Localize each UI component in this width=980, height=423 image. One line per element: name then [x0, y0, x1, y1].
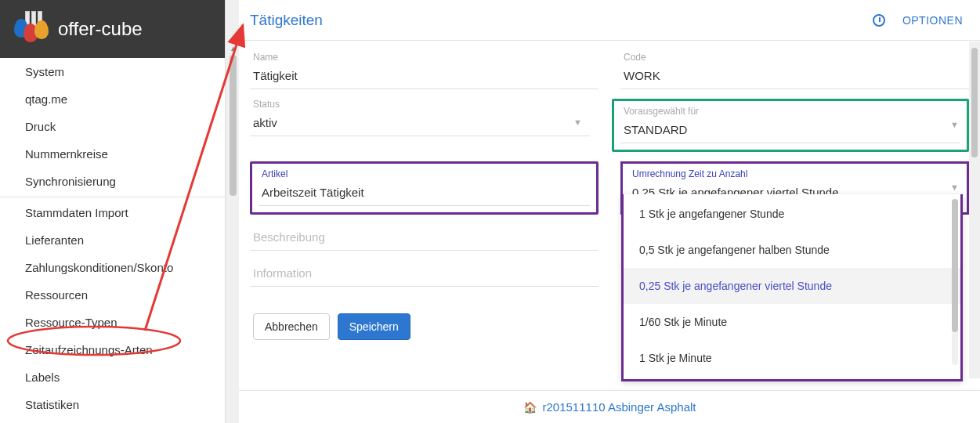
sidebar-item-label: qtag.me — [25, 92, 67, 106]
field-status: Status ▼ — [250, 99, 590, 152]
sidebar: offer-cube System qtag.me Druck Nummernk… — [0, 0, 226, 423]
sidebar-item-system[interactable]: System — [0, 58, 225, 85]
dropdown-option-label: 1 Stk je Minute — [639, 352, 712, 364]
status-select[interactable] — [250, 113, 590, 136]
sidebar-item-zeitaufzeichnungs-arten[interactable]: Zeitaufzeichnungs-Arten — [0, 336, 225, 363]
options-button[interactable]: OPTIONEN — [902, 14, 963, 27]
dropdown-option-label: 1/60 Stk je Minute — [639, 316, 727, 328]
cancel-button[interactable]: Abbrechen — [253, 313, 330, 340]
dropdown-option[interactable]: 0,5 Stk je angefangener halben Stunde — [624, 232, 960, 268]
status-label: Status — [250, 99, 590, 110]
sidebar-item-label: Ressourcen — [25, 288, 88, 302]
main-scrollbar[interactable] — [969, 42, 980, 378]
field-preselect: Vorausgewählt für ▼ — [612, 99, 969, 152]
dropdown-option-label: 0,5 Stk je angefangener halben Stunde — [639, 244, 830, 256]
sidebar-item-label: Zeitaufzeichnungs-Arten — [25, 343, 153, 356]
app-name: offer-cube — [58, 18, 143, 40]
name-label: Name — [250, 52, 598, 63]
save-button[interactable]: Speichern — [338, 313, 410, 340]
sidebar-item-ressourcen[interactable]: Ressourcen — [0, 281, 225, 309]
code-input[interactable] — [620, 66, 969, 89]
main-panel: Tätigkeiten OPTIONEN Name Code — [239, 0, 980, 423]
app-logo — [14, 11, 50, 47]
sidebar-item-nummernkreise[interactable]: Nummernkreise — [0, 140, 225, 168]
footer-bar[interactable]: 🏠 r201511110 Asbinger Asphalt — [239, 390, 980, 423]
sidebar-item-qtag[interactable]: qtag.me — [0, 85, 225, 113]
dropdown-option[interactable]: 1/60 Stk je Minute — [624, 304, 960, 340]
sidebar-item-statistiken[interactable]: Statistiken — [0, 391, 225, 418]
sidebar-item-label: Labels — [25, 371, 60, 384]
description-input[interactable] — [250, 227, 598, 251]
field-code: Code — [620, 52, 969, 89]
footer-text: r201511110 Asbinger Asphalt — [543, 400, 696, 414]
field-article: Artikel — [250, 161, 598, 215]
dropdown-scrollbar-thumb[interactable] — [952, 199, 958, 332]
sidebar-item-label: Stammdaten Import — [25, 206, 128, 219]
preselect-select[interactable] — [620, 120, 960, 143]
sidebar-item-synchronisierung[interactable]: Synchronisierung — [0, 168, 225, 195]
mid-gutter-scrollbar[interactable] — [226, 0, 239, 423]
sidebar-item-ressource-typen[interactable]: Ressource-Typen — [0, 309, 225, 336]
information-input[interactable] — [250, 263, 598, 287]
sidebar-item-label: Statistiken — [25, 398, 79, 411]
conversion-dropdown[interactable]: 1 Stk je angefangener Stunde 0,5 Stk je … — [621, 194, 963, 381]
app-header: offer-cube — [0, 0, 225, 58]
sidebar-list[interactable]: System qtag.me Druck Nummernkreise Synch… — [0, 58, 225, 423]
sidebar-item-label: System — [25, 65, 64, 78]
name-input[interactable] — [250, 66, 598, 89]
dropdown-option[interactable]: 1 Stk je angefangener Stunde — [624, 196, 960, 232]
dropdown-option-label: 1 Stk je angefangener Stunde — [639, 208, 784, 220]
dropdown-option-label: 0,25 Stk je angefangener viertel Stunde — [639, 280, 832, 292]
code-label: Code — [620, 52, 969, 63]
main-header: Tätigkeiten OPTIONEN — [239, 0, 980, 41]
clock-icon[interactable] — [873, 14, 885, 27]
article-input[interactable] — [259, 183, 590, 206]
sidebar-item-labels[interactable]: Labels — [0, 363, 225, 391]
field-name: Name — [250, 52, 598, 89]
home-icon: 🏠 — [523, 401, 537, 414]
field-information — [250, 263, 598, 287]
form-area: Name Code Status ▼ Vorausgewählt für — [239, 41, 980, 390]
dropdown-option-selected[interactable]: 0,25 Stk je angefangener viertel Stunde — [624, 268, 960, 304]
sidebar-item-stammdaten[interactable]: Stammdaten Import — [0, 199, 225, 226]
sidebar-item-label: Nummernkreise — [25, 147, 108, 161]
sidebar-item-druck[interactable]: Druck — [0, 113, 225, 140]
sidebar-item-label: Ressource-Typen — [25, 316, 118, 329]
dropdown-option[interactable]: 1 Stk je Minute — [624, 340, 960, 376]
preselect-label: Vorausgewählt für — [620, 106, 960, 117]
sidebar-item-label: Zahlungskonditionen/Skonto — [25, 261, 173, 274]
sidebar-divider — [0, 197, 225, 197]
article-label: Artikel — [259, 168, 590, 179]
sidebar-item-zahlungskonditionen[interactable]: Zahlungskonditionen/Skonto — [0, 254, 225, 281]
sidebar-item-label: Druck — [25, 120, 56, 133]
conversion-label: Umrechnung Zeit zu Anzahl — [629, 168, 960, 179]
sidebar-item-label: Lieferanten — [25, 233, 84, 247]
field-description — [250, 227, 598, 251]
sidebar-item-label: Synchronisierung — [25, 175, 116, 188]
sidebar-item-lieferanten[interactable]: Lieferanten — [0, 226, 225, 254]
page-title: Tätigkeiten — [250, 12, 323, 29]
